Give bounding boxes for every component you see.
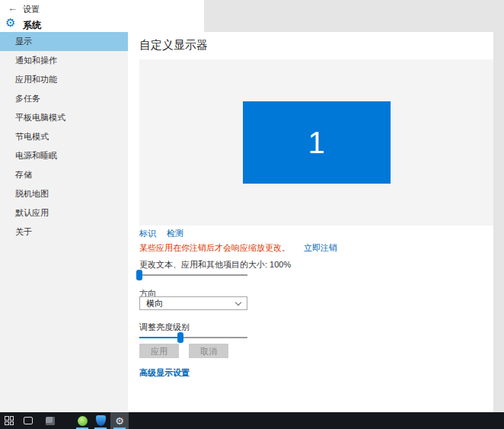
brightness-slider-fill (139, 337, 180, 338)
notice-text: 某些应用在你注销后才会响应缩放更改。 (139, 242, 290, 254)
detect-link[interactable]: 检测 (167, 228, 183, 239)
sidebar-item-notifications-actions[interactable]: 通知和操作 (0, 51, 128, 70)
titlebar-gray-area (204, 0, 504, 32)
settings-taskbar-button[interactable]: ⚙ (110, 412, 129, 429)
sidebar-item-power-sleep[interactable]: 电源和睡眠 (0, 146, 128, 165)
brightness-slider-thumb[interactable] (177, 332, 183, 343)
signout-notice: 某些应用在你注销后才会响应缩放更改。 立即注销 (139, 242, 337, 254)
sidebar-item-default-apps[interactable]: 默认应用 (0, 203, 128, 223)
scaling-slider[interactable] (139, 270, 247, 280)
task-view-button[interactable] (19, 412, 37, 429)
page-category-title: 系统 (23, 19, 41, 32)
apply-button[interactable]: 应用 (139, 344, 179, 358)
scaling-label: 更改文本、应用和其他项目的大小: 100% (139, 259, 291, 271)
orientation-value: 横向 (146, 299, 163, 308)
system-gear-icon: ⚙ (5, 16, 15, 30)
task-view-icon (24, 417, 33, 424)
sidebar-item-apps-features[interactable]: 应用和功能 (0, 70, 128, 89)
apply-cancel-buttons: 应用 取消 (139, 344, 228, 358)
advanced-display-settings-link[interactable]: 高级显示设置 (139, 367, 190, 379)
start-button[interactable] (0, 412, 18, 429)
chevron-down-icon (235, 299, 241, 306)
scaling-slider-thumb[interactable] (136, 270, 142, 280)
windows-logo-icon (5, 416, 14, 425)
sidebar-item-tablet-mode[interactable]: 平板电脑模式 (0, 108, 128, 127)
titlebar: ← 设置 ⚙ 系统 (0, 0, 504, 32)
scaling-slider-track[interactable] (139, 274, 247, 276)
pinned-app-button[interactable] (41, 412, 59, 429)
back-icon[interactable]: ← (8, 2, 18, 14)
gear-icon: ⚙ (115, 416, 124, 426)
identify-detect-links: 标识 检测 (139, 228, 183, 239)
taskbar: ⚙ (0, 412, 504, 429)
page-title: 自定义显示器 (139, 38, 208, 53)
green-ball-icon (78, 416, 88, 426)
brightness-slider[interactable] (139, 332, 247, 343)
sign-out-now-link[interactable]: 立即注销 (304, 242, 337, 254)
sidebar-item-multitasking[interactable]: 多任务 (0, 89, 128, 108)
monitor-1[interactable]: 1 (243, 101, 391, 184)
sidebar: 显示 通知和操作 应用和功能 多任务 平板电脑模式 节电模式 电源和睡眠 存储 … (0, 32, 128, 412)
running-app-green-button[interactable] (73, 412, 91, 429)
sidebar-item-display[interactable]: 显示 (0, 32, 128, 51)
window-title: 设置 (23, 4, 40, 15)
shield-icon (96, 415, 106, 426)
identify-link[interactable]: 标识 (139, 228, 156, 239)
running-app-shield-button[interactable] (91, 412, 110, 429)
desktop-edge (493, 0, 504, 412)
sidebar-item-battery-saver[interactable]: 节电模式 (0, 127, 128, 146)
display-preview-panel: 1 (139, 59, 493, 226)
sidebar-item-storage[interactable]: 存储 (0, 165, 128, 184)
app-icon (46, 417, 55, 425)
sidebar-item-about[interactable]: 关于 (0, 223, 128, 242)
brightness-label: 调整亮度级别 (139, 322, 190, 333)
sidebar-item-offline-maps[interactable]: 脱机地图 (0, 184, 128, 203)
main-content: 自定义显示器 1 标识 检测 某些应用在你注销后才会响应缩放更改。 立即注销 更… (128, 32, 493, 412)
settings-window: ← 设置 ⚙ 系统 显示 通知和操作 应用和功能 多任务 平板电脑模式 节电模式… (0, 0, 504, 429)
monitor-number: 1 (308, 126, 324, 160)
cancel-button[interactable]: 取消 (189, 344, 228, 358)
orientation-dropdown[interactable]: 横向 (139, 296, 247, 310)
